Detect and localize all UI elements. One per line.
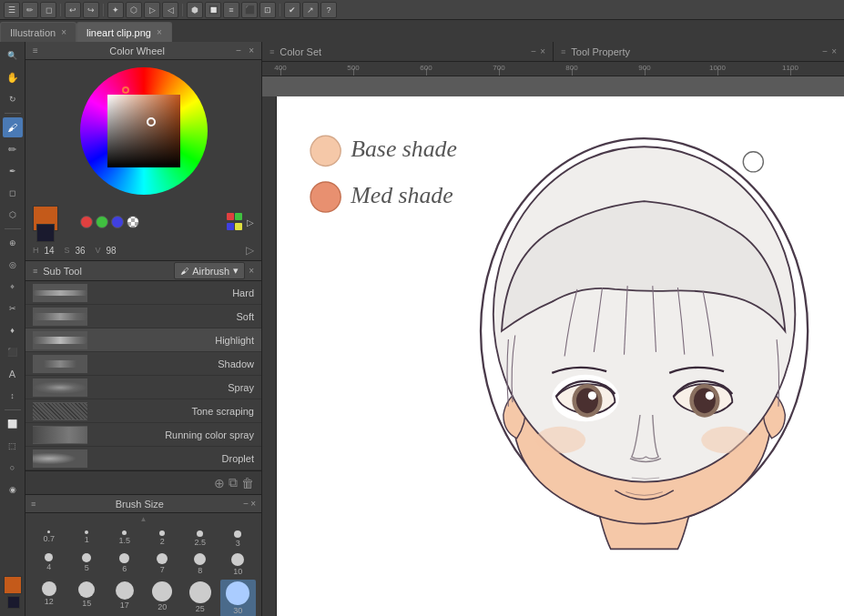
tool-brush[interactable]: 🖌 [3,117,23,137]
tool-icon-1[interactable]: ✏ [22,2,38,18]
color-transparent[interactable] [127,216,139,228]
tool-icon-3[interactable]: ✦ [107,2,124,18]
undo-icon[interactable]: ↩ [65,2,81,18]
tool-select[interactable]: ⊕ [3,233,23,253]
brush-size-cell-12[interactable]: 12 [31,580,67,616]
canvas-wrapper[interactable]: Base shade Med shade [262,96,844,616]
artwork-canvas[interactable]: Base shade Med shade [277,96,844,616]
tab-lineart-close[interactable]: × [157,27,162,37]
color-set-menu[interactable]: ≡ [269,47,274,56]
color-wheel-close[interactable]: × [247,45,256,56]
tool-layer[interactable]: ⬜ [3,414,23,434]
brush-size-menu[interactable]: ≡ [31,500,36,509]
subtool-menu-icon[interactable]: ≡ [33,267,37,276]
tool-lasso[interactable]: ◎ [3,255,23,275]
tool-correction[interactable]: ↕ [3,386,23,406]
brush-size-cell-0.7[interactable]: 0.7 [31,529,67,550]
subtool-copy-btn[interactable]: ⧉ [229,475,238,490]
color-wheel-area[interactable] [25,60,261,202]
color-set-minimize[interactable]: − [531,46,536,56]
secondary-color-swatch[interactable] [7,596,20,609]
brush-size-cell-8[interactable]: 8 [182,551,219,578]
tool-zoom[interactable]: 🔍 [3,45,23,66]
brush-size-cell-1[interactable]: 1 [69,529,106,550]
subtool-add-btn[interactable]: ⊕ [214,476,225,490]
brush-size-cell-1.5[interactable]: 1.5 [107,529,143,550]
color-mode-rgb[interactable] [80,216,93,228]
tool-cut[interactable]: ✂ [3,298,23,318]
tool-eraser[interactable]: ◻ [3,183,23,203]
subtool-group-dropdown[interactable]: 🖌 Airbrush ▾ [174,262,245,279]
color-wheel[interactable] [80,67,208,195]
tool-property-menu[interactable]: ≡ [561,47,565,56]
tool-text[interactable]: A [3,364,23,384]
tool-frame[interactable]: ⬚ [3,436,23,456]
subtool-item-hard[interactable]: Hard [25,281,261,305]
canvas-white-bg[interactable]: Base shade Med shade [277,96,844,616]
tool-material[interactable]: ◉ [3,480,23,500]
brush-size-minimize[interactable]: − [243,499,249,509]
tab-illustration-close[interactable]: × [61,27,66,37]
brush-size-cell-4[interactable]: 4 [31,551,67,578]
color-set-close[interactable]: × [540,46,545,56]
tool-property-minimize[interactable]: − [822,46,828,56]
brush-size-cell-7[interactable]: 7 [145,551,181,578]
tool-icon-4[interactable]: ⬡ [126,2,142,18]
tool-pen[interactable]: ✒ [3,161,23,181]
brush-size-cell-30[interactable]: 30 [220,580,257,616]
tool-icon-9[interactable]: ≡ [223,2,239,18]
tool-rotate[interactable]: ↻ [3,89,23,109]
help-icon[interactable]: ? [320,2,337,18]
brush-size-cell-5[interactable]: 5 [69,551,106,578]
tool-icon-11[interactable]: ⊡ [259,2,276,18]
color-wheel-minimize[interactable]: − [234,45,243,56]
brush-size-cell-6[interactable]: 6 [107,551,143,578]
tool-gradient[interactable]: ♦ [3,320,23,340]
tool-icon-12[interactable]: ✔ [284,2,300,18]
color-palette-grid[interactable] [225,211,247,233]
background-color[interactable] [36,224,55,242]
tool-shape[interactable]: ⬛ [3,342,23,362]
tool-3d[interactable]: ○ [3,458,23,478]
brush-size-cell-2.5[interactable]: 2.5 [182,529,219,550]
subtool-close[interactable]: × [249,266,254,276]
tool-fill[interactable]: ⬡ [3,205,23,225]
color-advance-btn[interactable]: ▷ [247,217,254,227]
color-wheel-container[interactable] [80,67,208,195]
subtool-item-tone[interactable]: Tone scraping [25,399,261,423]
tool-property-close[interactable]: × [831,46,837,56]
tool-icon-5[interactable]: ▷ [144,2,160,18]
color-mode-green[interactable] [96,216,108,228]
tool-transform[interactable]: ⌖ [3,277,23,297]
tool-icon-10[interactable]: ⬛ [241,2,258,18]
subtool-item-running[interactable]: Running color spray [25,423,261,447]
tool-icon-2[interactable]: ◻ [40,2,56,18]
tab-illustration[interactable]: Illustration × [0,22,76,42]
tool-icon-8[interactable]: 🔲 [205,2,221,18]
tab-lineart[interactable]: lineart clip.png × [76,22,172,42]
brush-size-cell-10[interactable]: 10 [220,551,257,578]
panel-menu-btn[interactable]: ≡ [31,45,40,56]
brush-size-cell-3[interactable]: 3 [220,529,257,550]
subtool-item-spray[interactable]: Spray [25,376,261,399]
subtool-item-soft[interactable]: Soft [25,305,261,328]
brush-size-cell-15[interactable]: 15 [69,580,106,616]
redo-icon[interactable]: ↪ [83,2,99,18]
tool-icon-13[interactable]: ↗ [302,2,319,18]
brush-size-cell-2[interactable]: 2 [145,529,181,550]
brush-size-close[interactable]: × [250,499,256,509]
subtool-item-droplet[interactable]: Droplet [25,447,261,470]
color-advance-arrow[interactable]: ▷ [246,244,254,257]
subtool-item-shadow[interactable]: Shadow [25,352,261,376]
tool-icon-7[interactable]: ⬢ [187,2,203,18]
primary-color-swatch[interactable] [4,576,22,594]
color-mode-blue[interactable] [111,216,124,228]
tool-pencil[interactable]: ✏ [3,139,23,159]
color-box[interactable] [107,95,180,167]
brush-size-cell-17[interactable]: 17 [107,580,143,616]
brush-scroll-up[interactable]: ▲ [25,513,261,525]
brush-size-cell-20[interactable]: 20 [145,580,181,616]
subtool-item-highlight[interactable]: Highlight [25,328,261,352]
subtool-delete-btn[interactable]: 🗑 [241,476,254,490]
menu-icon[interactable]: ☰ [4,2,20,18]
